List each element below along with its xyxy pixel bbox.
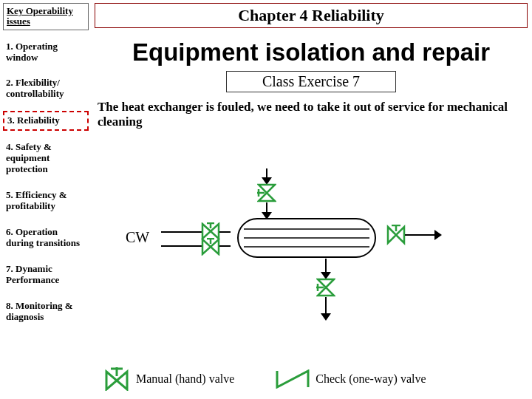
sidebar-item-0: 1. Operating window: [3, 38, 89, 67]
legend: Manual (hand) valve Check (one-way) valv…: [103, 366, 526, 392]
manual-valve-icon: [103, 367, 130, 391]
pipe-line: [405, 234, 437, 236]
sidebar-item-4: 5. Efficiency & profitability: [3, 186, 89, 216]
manual-valve-icon: [257, 183, 276, 202]
legend-check-valve-label: Check (one-way) valve: [316, 372, 426, 386]
sidebar-item-3: 4. Safety & equipment protection: [3, 138, 89, 179]
manual-valve-icon: [316, 278, 335, 297]
chapter-title: Chapter 4 Reliability: [95, 3, 528, 28]
class-exercise-subtitle: Class Exercise 7: [226, 71, 396, 92]
svg-marker-18: [434, 230, 442, 240]
sidebar-item-1: 2. Flexibility/ controllability: [3, 74, 89, 103]
sidebar-item-5: 6. Operation during transitions: [3, 223, 89, 253]
main-title: Equipment isolation and repair: [95, 38, 528, 66]
heat-exchanger-icon: [229, 217, 384, 259]
manual-valve-icon: [201, 238, 220, 256]
sidebar-item-7: 8. Monitoring & diagnosis: [3, 297, 89, 327]
pipe-line: [219, 231, 231, 233]
svg-marker-23: [321, 313, 331, 321]
sidebar-item-6: 7. Dynamic Performance: [3, 260, 89, 290]
pipe-line: [161, 231, 202, 233]
process-diagram: CW: [118, 168, 458, 353]
content-area: Chapter 4 Reliability Equipment isolatio…: [95, 3, 528, 139]
cw-label: CW: [126, 229, 149, 246]
check-valve-icon: [276, 369, 310, 389]
manual-valve-icon: [386, 225, 406, 245]
arrow-right-icon: [434, 230, 442, 240]
legend-manual-valve-label: Manual (hand) valve: [136, 372, 234, 386]
sidebar-header: Key Operability issues: [3, 3, 89, 30]
sidebar: Key Operability issues 1. Operating wind…: [3, 3, 89, 327]
arrow-down-icon: [321, 313, 331, 321]
pipe-line: [161, 245, 202, 247]
sidebar-item-2: 3. Reliability: [3, 111, 89, 131]
pipe-line: [219, 245, 231, 247]
body-text: The heat exchanger is fouled, we need to…: [98, 100, 523, 130]
